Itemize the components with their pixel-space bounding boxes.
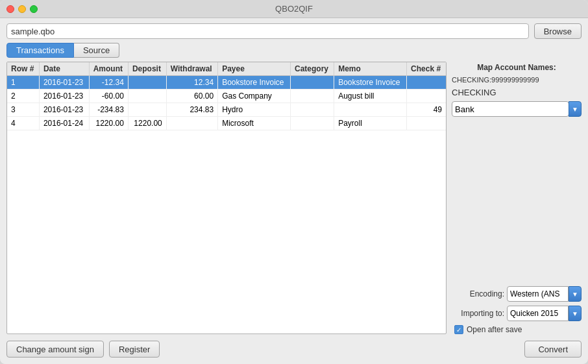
encoding-label: Encoding: <box>470 289 504 298</box>
account-short-name: CHECKING <box>452 88 582 97</box>
main-window: QBO2QIF Browse Transactions Source Row #… <box>0 0 588 364</box>
table-cell <box>291 117 334 130</box>
table-cell: 12.34 <box>166 76 217 90</box>
table-cell: 234.83 <box>166 103 217 117</box>
titlebar: QBO2QIF <box>0 0 588 18</box>
table-cell: 1220.00 <box>128 117 166 130</box>
map-account-label: Map Account Names: <box>452 63 582 72</box>
sidebar-spacer <box>452 121 582 282</box>
importing-arrow[interactable]: ▼ <box>569 306 582 321</box>
table-cell: -234.83 <box>89 103 128 117</box>
table-cell: 2016-01-23 <box>39 90 89 103</box>
table-cell <box>407 90 446 103</box>
encoding-arrow[interactable]: ▼ <box>569 286 582 302</box>
table-cell: 4 <box>7 117 39 130</box>
table-cell <box>291 103 334 117</box>
col-header-deposit: Deposit <box>128 62 166 76</box>
account-type-wrapper: Bank Cash Credit Card Investment ▼ <box>452 101 582 117</box>
importing-row: Importing to: Quicken 2015 Quicken 2016 … <box>452 306 582 321</box>
table-cell: 1220.00 <box>89 117 128 130</box>
col-header-payee: Payee <box>218 62 291 76</box>
table-header-row: Row # Date Amount Deposit Withdrawal Pay… <box>7 62 446 76</box>
col-header-amount: Amount <box>89 62 128 76</box>
transactions-table-container: Row # Date Amount Deposit Withdrawal Pay… <box>6 62 447 334</box>
col-header-check: Check # <box>407 62 446 76</box>
account-type-select[interactable]: Bank Cash Credit Card Investment <box>452 101 569 117</box>
transactions-table: Row # Date Amount Deposit Withdrawal Pay… <box>7 62 446 130</box>
open-after-save-label: Open after save <box>467 325 522 334</box>
table-cell <box>166 117 217 130</box>
convert-button[interactable]: Convert <box>524 341 582 358</box>
table-cell <box>291 76 334 90</box>
tab-source[interactable]: Source <box>74 43 119 58</box>
tab-transactions[interactable]: Transactions <box>6 43 74 58</box>
table-cell: Payroll <box>334 117 407 130</box>
maximize-button[interactable] <box>30 5 38 13</box>
table-row[interactable]: 22016-01-23-60.0060.00Gas CompanyAugust … <box>7 90 446 103</box>
close-button[interactable] <box>6 5 14 13</box>
encoding-select[interactable]: Western (ANS UTF-8 <box>507 286 569 302</box>
table-cell: Microsoft <box>218 117 291 130</box>
main-area: Row # Date Amount Deposit Withdrawal Pay… <box>6 62 582 334</box>
open-after-save-row: ✓ Open after save <box>452 325 582 334</box>
bottom-left-buttons: Change amount sign Register <box>6 341 160 358</box>
table-cell <box>407 76 446 90</box>
table-cell: Gas Company <box>218 90 291 103</box>
table-row[interactable]: 42016-01-241220.001220.00MicrosoftPayrol… <box>7 117 446 130</box>
table-cell: 2016-01-24 <box>39 117 89 130</box>
tab-bar: Transactions Source <box>6 43 582 58</box>
table-cell: Bookstore Invoice <box>218 76 291 90</box>
table-cell: -12.34 <box>89 76 128 90</box>
change-amount-sign-button[interactable]: Change amount sign <box>6 341 104 358</box>
table-cell <box>128 76 166 90</box>
window-title: QBO2QIF <box>275 4 313 14</box>
account-type-arrow[interactable]: ▼ <box>569 101 582 117</box>
account-full-name: CHECKING:999999999999 <box>452 76 582 84</box>
open-after-save-checkbox[interactable]: ✓ <box>454 325 463 334</box>
table-row[interactable]: 12016-01-23-12.3412.34Bookstore InvoiceB… <box>7 76 446 90</box>
importing-select-wrapper: Quicken 2015 Quicken 2016 Quicken 2017 ▼ <box>507 306 582 321</box>
bottom-bar: Change amount sign Register Convert <box>6 338 582 359</box>
table-cell <box>407 117 446 130</box>
col-header-memo: Memo <box>334 62 407 76</box>
file-path-input[interactable] <box>6 23 529 39</box>
table-cell: 2016-01-23 <box>39 76 89 90</box>
sidebar: Map Account Names: CHECKING:999999999999… <box>452 62 582 334</box>
importing-select[interactable]: Quicken 2015 Quicken 2016 Quicken 2017 <box>507 306 569 321</box>
content-area: Browse Transactions Source Row # Date Am… <box>0 18 588 364</box>
register-button[interactable]: Register <box>109 341 160 358</box>
table-cell <box>334 103 407 117</box>
table-cell: -60.00 <box>89 90 128 103</box>
table-cell: 2 <box>7 90 39 103</box>
table-cell: Bookstore Invoice <box>334 76 407 90</box>
table-cell <box>291 90 334 103</box>
table-cell: Hydro <box>218 103 291 117</box>
traffic-lights <box>6 5 38 13</box>
table-cell: 3 <box>7 103 39 117</box>
table-row[interactable]: 32016-01-23-234.83234.83Hydro49 <box>7 103 446 117</box>
table-cell: 49 <box>407 103 446 117</box>
table-cell: 1 <box>7 76 39 90</box>
col-header-withdrawal: Withdrawal <box>166 62 217 76</box>
browse-button[interactable]: Browse <box>534 23 582 39</box>
encoding-select-wrapper: Western (ANS UTF-8 ▼ <box>507 286 582 302</box>
importing-label: Importing to: <box>461 309 504 318</box>
table-cell: August bill <box>334 90 407 103</box>
table-cell <box>128 103 166 117</box>
table-cell <box>128 90 166 103</box>
col-header-row: Row # <box>7 62 39 76</box>
col-header-category: Category <box>291 62 334 76</box>
encoding-row: Encoding: Western (ANS UTF-8 ▼ <box>452 286 582 302</box>
table-cell: 60.00 <box>166 90 217 103</box>
col-header-date: Date <box>39 62 89 76</box>
table-cell: 2016-01-23 <box>39 103 89 117</box>
top-bar: Browse <box>6 23 582 39</box>
minimize-button[interactable] <box>18 5 26 13</box>
